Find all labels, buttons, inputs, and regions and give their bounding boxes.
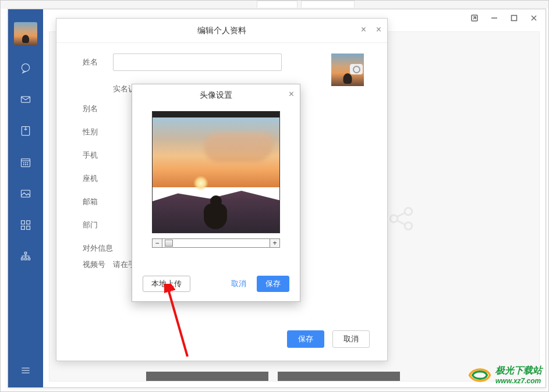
svg-line-31 bbox=[397, 213, 406, 217]
svg-rect-6 bbox=[22, 97, 30, 102]
svg-point-14 bbox=[26, 165, 26, 165]
svg-rect-22 bbox=[22, 258, 23, 260]
label-name: 姓名 bbox=[83, 57, 113, 67]
svg-point-30 bbox=[405, 222, 412, 230]
svg-rect-17 bbox=[22, 221, 25, 224]
avatar-modal-header: 头像设置 × bbox=[132, 84, 300, 106]
sidebar-item-calendar[interactable] bbox=[19, 156, 32, 169]
profile-modal-title: 编辑个人资料 bbox=[197, 26, 246, 36]
profile-modal-close-1[interactable]: × bbox=[361, 24, 366, 35]
profile-modal-header: 编辑个人资料 × × bbox=[56, 19, 387, 43]
avatar-settings-modal: 头像设置 × − + 本地上传 取消 保存 bbox=[132, 84, 300, 302]
label-department: 部门 bbox=[83, 220, 113, 230]
svg-point-11 bbox=[26, 162, 26, 163]
profile-cancel-button[interactable]: 取消 bbox=[332, 330, 370, 348]
label-email: 邮箱 bbox=[83, 197, 113, 207]
zoom-handle[interactable] bbox=[165, 240, 173, 247]
sidebar-menu-icon[interactable] bbox=[19, 364, 32, 377]
preview-clouds bbox=[204, 133, 274, 162]
main-window: 文 编辑个人资料 × × 姓名 实名认证 别名 性别 手机 座机 邮箱 部门 bbox=[8, 9, 546, 388]
label-video: 视频号 bbox=[83, 259, 113, 270]
avatar-save-button[interactable]: 保存 bbox=[257, 276, 289, 292]
minimize-icon[interactable] bbox=[491, 15, 498, 22]
top-tab-b bbox=[301, 1, 355, 8]
sidebar-avatar[interactable] bbox=[14, 22, 37, 45]
sidebar-item-mail[interactable] bbox=[19, 93, 32, 106]
label-landline: 座机 bbox=[83, 173, 113, 184]
avatar-thumbnail[interactable] bbox=[331, 54, 364, 86]
bg-card-right bbox=[278, 372, 400, 381]
svg-rect-2 bbox=[512, 16, 517, 21]
name-input[interactable] bbox=[113, 54, 282, 71]
profile-modal-close-2[interactable]: × bbox=[376, 24, 381, 35]
sidebar-item-chat[interactable] bbox=[19, 62, 32, 74]
svg-rect-21 bbox=[24, 252, 26, 254]
sidebar-item-docs[interactable] bbox=[19, 124, 32, 137]
avatar-modal-close[interactable]: × bbox=[289, 89, 294, 99]
watermark-brand: 极光下载站 bbox=[495, 365, 542, 377]
profile-save-button[interactable]: 保存 bbox=[287, 330, 324, 348]
svg-point-29 bbox=[405, 208, 412, 215]
bg-share-icon bbox=[387, 204, 416, 233]
label-gender: 性别 bbox=[83, 127, 113, 137]
preview-figure bbox=[204, 195, 228, 230]
svg-rect-18 bbox=[27, 221, 30, 224]
preview-top-band bbox=[153, 112, 279, 117]
watermark-logo-icon bbox=[467, 366, 492, 384]
svg-point-13 bbox=[23, 165, 24, 165]
popout-icon[interactable] bbox=[471, 15, 478, 22]
maximize-icon[interactable] bbox=[511, 15, 518, 22]
sidebar-item-gallery[interactable] bbox=[19, 187, 32, 200]
local-upload-button[interactable]: 本地上传 bbox=[143, 276, 190, 292]
avatar-cancel-button[interactable]: 取消 bbox=[231, 279, 246, 289]
svg-rect-24 bbox=[28, 258, 30, 260]
avatar-modal-title: 头像设置 bbox=[200, 90, 232, 101]
label-alias: 别名 bbox=[83, 104, 113, 114]
zoom-track[interactable] bbox=[162, 238, 270, 248]
camera-icon bbox=[350, 64, 363, 74]
watermark-url: www.xz7.com bbox=[495, 377, 542, 385]
svg-rect-20 bbox=[27, 226, 30, 230]
svg-point-10 bbox=[23, 162, 24, 163]
svg-point-5 bbox=[22, 64, 29, 72]
preview-sun bbox=[193, 176, 208, 191]
svg-line-32 bbox=[397, 220, 406, 224]
sidebar-items bbox=[19, 62, 32, 263]
sidebar-item-org[interactable] bbox=[19, 250, 32, 263]
svg-point-28 bbox=[390, 215, 398, 223]
zoom-in-button[interactable]: + bbox=[270, 238, 280, 248]
zoom-out-button[interactable]: − bbox=[152, 238, 162, 248]
svg-point-15 bbox=[27, 165, 28, 165]
label-mobile: 手机 bbox=[83, 150, 113, 161]
close-icon[interactable] bbox=[530, 15, 537, 22]
top-tab-a bbox=[257, 1, 297, 8]
bg-card-left bbox=[146, 372, 268, 381]
sidebar-item-apps[interactable] bbox=[19, 219, 32, 231]
svg-rect-23 bbox=[24, 258, 26, 260]
zoom-slider: − + bbox=[152, 238, 280, 248]
svg-point-12 bbox=[27, 162, 28, 163]
sidebar bbox=[8, 9, 43, 387]
avatar-preview[interactable] bbox=[152, 111, 280, 233]
svg-rect-19 bbox=[22, 226, 25, 230]
watermark: 极光下载站 www.xz7.com bbox=[467, 365, 542, 385]
